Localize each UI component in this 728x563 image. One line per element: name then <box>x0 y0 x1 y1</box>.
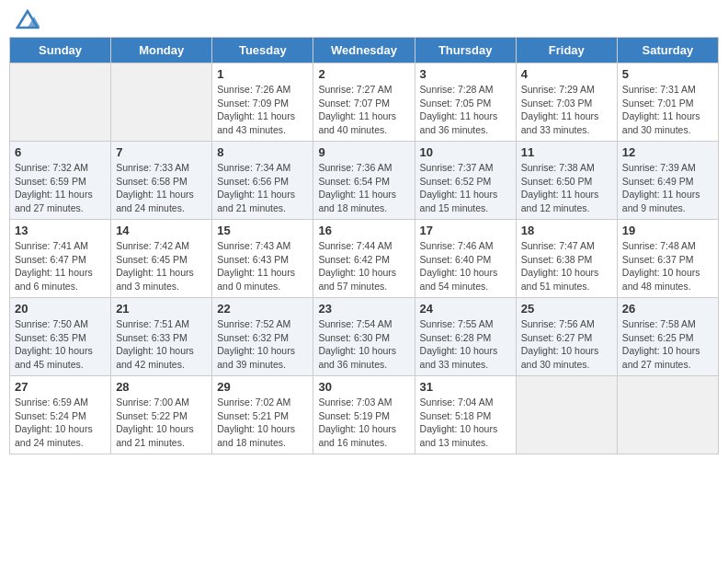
day-number: 10 <box>420 145 511 159</box>
cell-info: Sunrise: 7:52 AM Sunset: 6:32 PM Dayligh… <box>217 317 308 372</box>
day-number: 14 <box>116 224 207 237</box>
day-of-week-header: Monday <box>111 38 212 63</box>
day-number: 30 <box>318 380 409 394</box>
day-number: 4 <box>521 67 612 81</box>
calendar-cell: 11Sunrise: 7:38 AM Sunset: 6:50 PM Dayli… <box>516 142 617 220</box>
cell-info: Sunrise: 7:39 AM Sunset: 6:49 PM Dayligh… <box>622 161 713 215</box>
calendar-cell: 30Sunrise: 7:03 AM Sunset: 5:19 PM Dayli… <box>313 376 415 454</box>
calendar-cell: 19Sunrise: 7:48 AM Sunset: 6:37 PM Dayli… <box>617 220 718 298</box>
day-number: 17 <box>420 224 511 237</box>
calendar-body: 1Sunrise: 7:26 AM Sunset: 7:09 PM Daylig… <box>10 63 719 454</box>
calendar-cell: 3Sunrise: 7:28 AM Sunset: 7:05 PM Daylig… <box>415 63 516 142</box>
cell-info: Sunrise: 6:59 AM Sunset: 5:24 PM Dayligh… <box>15 396 106 450</box>
day-number: 7 <box>116 145 207 159</box>
day-number: 19 <box>622 224 713 237</box>
calendar-cell: 10Sunrise: 7:37 AM Sunset: 6:52 PM Dayli… <box>415 142 516 220</box>
calendar-cell: 24Sunrise: 7:55 AM Sunset: 6:28 PM Dayli… <box>415 298 516 376</box>
cell-info: Sunrise: 7:50 AM Sunset: 6:35 PM Dayligh… <box>15 317 106 372</box>
calendar-cell: 8Sunrise: 7:34 AM Sunset: 6:56 PM Daylig… <box>212 142 313 220</box>
svg-marker-1 <box>28 17 40 28</box>
day-number: 13 <box>15 224 106 237</box>
calendar-cell: 7Sunrise: 7:33 AM Sunset: 6:58 PM Daylig… <box>111 142 212 220</box>
day-of-week-header: Friday <box>516 38 617 63</box>
day-number: 11 <box>521 145 612 159</box>
cell-info: Sunrise: 7:04 AM Sunset: 5:18 PM Dayligh… <box>420 396 511 450</box>
cell-info: Sunrise: 7:03 AM Sunset: 5:19 PM Dayligh… <box>318 396 409 450</box>
calendar-cell: 2Sunrise: 7:27 AM Sunset: 7:07 PM Daylig… <box>313 63 415 142</box>
day-number: 25 <box>521 302 612 316</box>
cell-info: Sunrise: 7:27 AM Sunset: 7:07 PM Dayligh… <box>318 83 409 137</box>
cell-info: Sunrise: 7:48 AM Sunset: 6:37 PM Dayligh… <box>622 239 713 293</box>
cell-info: Sunrise: 7:37 AM Sunset: 6:52 PM Dayligh… <box>420 161 511 215</box>
calendar-cell: 12Sunrise: 7:39 AM Sunset: 6:49 PM Dayli… <box>617 142 718 220</box>
calendar-cell <box>516 376 617 454</box>
cell-info: Sunrise: 7:41 AM Sunset: 6:47 PM Dayligh… <box>15 239 106 293</box>
calendar-week-row: 20Sunrise: 7:50 AM Sunset: 6:35 PM Dayli… <box>10 298 719 376</box>
calendar-cell: 4Sunrise: 7:29 AM Sunset: 7:03 PM Daylig… <box>516 63 617 142</box>
calendar-cell: 21Sunrise: 7:51 AM Sunset: 6:33 PM Dayli… <box>111 298 212 376</box>
day-number: 31 <box>420 380 511 394</box>
day-number: 21 <box>116 302 207 316</box>
calendar-cell <box>617 376 718 454</box>
calendar-cell: 22Sunrise: 7:52 AM Sunset: 6:32 PM Dayli… <box>212 298 313 376</box>
day-number: 1 <box>217 67 308 81</box>
day-number: 9 <box>318 145 409 159</box>
day-number: 23 <box>318 302 409 316</box>
cell-info: Sunrise: 7:51 AM Sunset: 6:33 PM Dayligh… <box>116 317 207 372</box>
calendar-cell: 9Sunrise: 7:36 AM Sunset: 6:54 PM Daylig… <box>313 142 415 220</box>
calendar-cell: 25Sunrise: 7:56 AM Sunset: 6:27 PM Dayli… <box>516 298 617 376</box>
calendar-cell: 5Sunrise: 7:31 AM Sunset: 7:01 PM Daylig… <box>617 63 718 142</box>
day-number: 2 <box>318 67 409 81</box>
day-number: 26 <box>622 302 713 316</box>
calendar-week-row: 13Sunrise: 7:41 AM Sunset: 6:47 PM Dayli… <box>10 220 719 298</box>
day-number: 28 <box>116 380 207 394</box>
cell-info: Sunrise: 7:43 AM Sunset: 6:43 PM Dayligh… <box>217 239 308 293</box>
cell-info: Sunrise: 7:34 AM Sunset: 6:56 PM Dayligh… <box>217 161 308 215</box>
calendar-cell: 26Sunrise: 7:58 AM Sunset: 6:25 PM Dayli… <box>617 298 718 376</box>
day-number: 24 <box>420 302 511 316</box>
cell-info: Sunrise: 7:02 AM Sunset: 5:21 PM Dayligh… <box>217 396 308 450</box>
logo-icon <box>16 9 40 29</box>
calendar-cell: 17Sunrise: 7:46 AM Sunset: 6:40 PM Dayli… <box>415 220 516 298</box>
calendar-cell: 6Sunrise: 7:32 AM Sunset: 6:59 PM Daylig… <box>10 142 111 220</box>
cell-info: Sunrise: 7:31 AM Sunset: 7:01 PM Dayligh… <box>622 83 713 137</box>
day-of-week-header: Saturday <box>617 38 718 63</box>
calendar-cell: 20Sunrise: 7:50 AM Sunset: 6:35 PM Dayli… <box>10 298 111 376</box>
cell-info: Sunrise: 7:38 AM Sunset: 6:50 PM Dayligh… <box>521 161 612 215</box>
page-header <box>9 9 719 29</box>
cell-info: Sunrise: 7:54 AM Sunset: 6:30 PM Dayligh… <box>318 317 409 372</box>
cell-info: Sunrise: 7:26 AM Sunset: 7:09 PM Dayligh… <box>217 83 308 137</box>
cell-info: Sunrise: 7:28 AM Sunset: 7:05 PM Dayligh… <box>420 83 511 137</box>
cell-info: Sunrise: 7:46 AM Sunset: 6:40 PM Dayligh… <box>420 239 511 293</box>
cell-info: Sunrise: 7:33 AM Sunset: 6:58 PM Dayligh… <box>116 161 207 215</box>
day-number: 15 <box>217 224 308 237</box>
cell-info: Sunrise: 7:47 AM Sunset: 6:38 PM Dayligh… <box>521 239 612 293</box>
calendar-cell: 31Sunrise: 7:04 AM Sunset: 5:18 PM Dayli… <box>415 376 516 454</box>
calendar-cell <box>10 63 111 142</box>
calendar-cell: 1Sunrise: 7:26 AM Sunset: 7:09 PM Daylig… <box>212 63 313 142</box>
day-number: 20 <box>15 302 106 316</box>
day-number: 3 <box>420 67 511 81</box>
calendar-week-row: 6Sunrise: 7:32 AM Sunset: 6:59 PM Daylig… <box>10 142 719 220</box>
cell-info: Sunrise: 7:55 AM Sunset: 6:28 PM Dayligh… <box>420 317 511 372</box>
cell-info: Sunrise: 7:44 AM Sunset: 6:42 PM Dayligh… <box>318 239 409 293</box>
cell-info: Sunrise: 7:29 AM Sunset: 7:03 PM Dayligh… <box>521 83 612 137</box>
calendar-cell: 29Sunrise: 7:02 AM Sunset: 5:21 PM Dayli… <box>212 376 313 454</box>
cell-info: Sunrise: 7:32 AM Sunset: 6:59 PM Dayligh… <box>15 161 106 215</box>
day-number: 6 <box>15 145 106 159</box>
day-number: 27 <box>15 380 106 394</box>
calendar-header-row: SundayMondayTuesdayWednesdayThursdayFrid… <box>10 38 719 63</box>
calendar-cell: 18Sunrise: 7:47 AM Sunset: 6:38 PM Dayli… <box>516 220 617 298</box>
cell-info: Sunrise: 7:42 AM Sunset: 6:45 PM Dayligh… <box>116 239 207 293</box>
day-number: 16 <box>318 224 409 237</box>
calendar-week-row: 1Sunrise: 7:26 AM Sunset: 7:09 PM Daylig… <box>10 63 719 142</box>
cell-info: Sunrise: 7:36 AM Sunset: 6:54 PM Dayligh… <box>318 161 409 215</box>
cell-info: Sunrise: 7:58 AM Sunset: 6:25 PM Dayligh… <box>622 317 713 372</box>
day-of-week-header: Tuesday <box>212 38 313 63</box>
calendar-cell: 13Sunrise: 7:41 AM Sunset: 6:47 PM Dayli… <box>10 220 111 298</box>
day-number: 18 <box>521 224 612 237</box>
calendar-cell: 16Sunrise: 7:44 AM Sunset: 6:42 PM Dayli… <box>313 220 415 298</box>
calendar-cell: 15Sunrise: 7:43 AM Sunset: 6:43 PM Dayli… <box>212 220 313 298</box>
logo <box>13 9 40 29</box>
calendar-cell: 28Sunrise: 7:00 AM Sunset: 5:22 PM Dayli… <box>111 376 212 454</box>
